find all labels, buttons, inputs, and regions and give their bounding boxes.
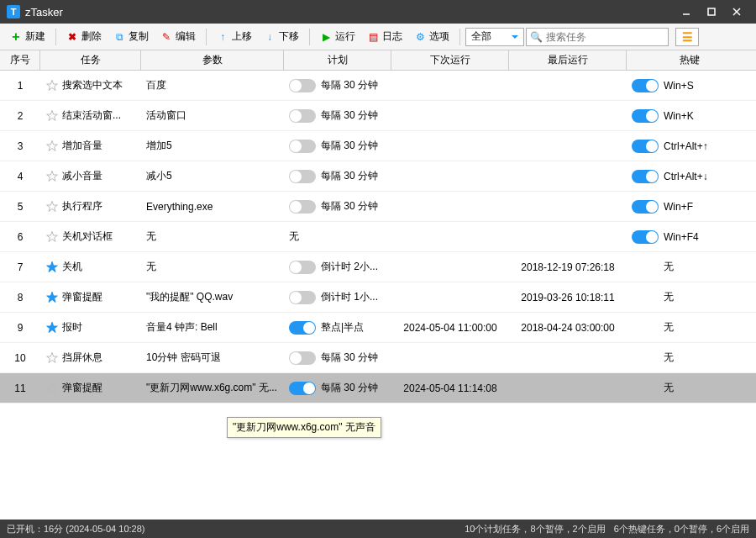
row-num: 11 [0,382,40,394]
star-icon[interactable] [45,79,59,92]
plan-toggle[interactable] [289,140,316,153]
statusbar: 已开机：16分 (2024-05-04 10:28) 10个计划任务，8个暂停，… [0,520,756,538]
arrow-down-icon: ↓ [264,31,276,43]
search-box[interactable]: 🔍 [526,28,669,46]
plan-toggle[interactable] [289,109,316,123]
table-row[interactable]: 7 关机 无 倒计时 2小... 2018-12-19 07:26:18 无 [0,252,756,282]
plan-toggle[interactable] [289,321,316,335]
task-name: 执行程序 [62,199,102,214]
plan-toggle[interactable] [289,79,316,92]
table-row[interactable]: 11 弹窗提醒 "更新刀网www.x6g.com" 无... 每隔 30 分钟 … [0,373,756,404]
hotkey-text: 无 [664,381,674,395]
x-icon: ✖ [66,31,78,43]
plan-text: 每隔 30 分钟 [321,108,378,123]
hotkey-text: Win+S [664,80,694,92]
star-icon[interactable] [45,351,59,365]
hotkey-toggle[interactable] [632,109,659,123]
minimize-button[interactable] [674,0,699,24]
plan-toggle[interactable] [289,351,316,365]
hotkey-text: Ctrl+Alt+↓ [664,171,708,182]
table-row[interactable]: 2 结束活动窗... 活动窗口 每隔 30 分钟 Win+K [0,101,756,131]
table-row[interactable]: 9 报时 音量4 钟声: Bell 整点|半点 2024-05-04 11:00… [0,313,756,343]
table-row[interactable]: 8 弹窗提醒 "我的提醒" QQ.wav 倒计时 1小... 2019-03-2… [0,282,756,313]
param-cell: Everything.exe [141,201,284,213]
table-row[interactable]: 3 增加音量 增加5 每隔 30 分钟 Ctrl+Alt+↑ [0,131,756,161]
options-button[interactable]: ⚙选项 [409,27,454,46]
copy-button[interactable]: ⧉复制 [108,27,154,46]
copy-icon: ⧉ [113,31,125,43]
star-icon[interactable] [45,291,59,304]
table-row[interactable]: 5 执行程序 Everything.exe 每隔 30 分钟 Win+F [0,192,756,222]
plan-toggle[interactable] [289,261,316,274]
up-button[interactable]: ↑上移 [212,27,257,46]
svg-rect-1 [708,8,715,15]
hotkey-text: Win+F4 [664,231,699,243]
maximize-button[interactable] [699,0,724,24]
col-num-header[interactable]: 序号 [0,50,40,70]
plan-text: 倒计时 2小... [321,260,378,274]
star-icon[interactable] [45,200,59,214]
hotkey-toggle[interactable] [632,230,659,244]
table-body: 1 搜索选中文本 百度 每隔 30 分钟 Win+S 2 结束活动窗... 活动… [0,71,756,520]
hotkey-toggle[interactable] [632,200,659,214]
delete-button[interactable]: ✖删除 [61,27,107,46]
new-button[interactable]: +新建 [5,27,50,46]
app-title: zTasker [25,6,674,18]
col-param-header[interactable]: 参数 [141,50,284,70]
plan-text: 每隔 30 分钟 [321,351,378,365]
app-logo: T [7,5,20,18]
filter-dropdown[interactable]: 全部 [465,28,524,46]
plan-text: 每隔 30 分钟 [321,381,378,395]
plan-text: 整点|半点 [321,320,364,335]
col-last-header[interactable]: 最后运行 [509,50,627,70]
row-num: 2 [0,110,40,122]
plan-toggle[interactable] [289,382,316,395]
param-cell: 10分钟 密码可退 [141,351,284,365]
plan-toggle[interactable] [289,291,316,304]
table-row[interactable]: 6 关机对话框 无 无 Win+F4 [0,222,756,252]
last-run: 2018-12-19 07:26:18 [509,261,627,273]
star-icon[interactable] [45,170,59,183]
gear-icon: ⚙ [414,31,426,43]
log-button[interactable]: ▤日志 [362,27,407,46]
star-icon[interactable] [45,261,59,274]
down-button[interactable]: ↓下移 [259,27,304,46]
hotkey-toggle[interactable] [632,170,659,183]
row-num: 6 [0,231,40,243]
plan-toggle[interactable] [289,200,316,214]
search-input[interactable] [546,31,664,43]
plan-toggle[interactable] [289,170,316,183]
close-button[interactable] [724,0,749,24]
col-next-header[interactable]: 下次运行 [391,50,509,70]
row-num: 10 [0,352,40,364]
param-cell: "更新刀网www.x6g.com" 无... [141,381,284,395]
plan-text: 无 [289,229,299,244]
hotkey-toggle[interactable] [632,79,659,92]
hotkey-text: Win+F [664,201,693,213]
run-button[interactable]: ▶运行 [315,27,360,46]
star-icon[interactable] [45,109,59,123]
param-cell: 百度 [141,78,284,92]
star-icon[interactable] [45,321,59,335]
plan-text: 每隔 30 分钟 [321,199,378,214]
hotkey-toggle[interactable] [632,140,659,153]
list-toggle-button[interactable]: ☰ [675,28,699,46]
edit-button[interactable]: ✎编辑 [155,27,201,46]
table-row[interactable]: 10 挡屏休息 10分钟 密码可退 每隔 30 分钟 无 [0,343,756,373]
col-hotkey-header[interactable]: 热键 [627,50,753,70]
col-plan-header[interactable]: 计划 [284,50,391,70]
plan-text: 倒计时 1小... [321,290,378,304]
col-task-header[interactable]: 任务 [40,50,141,70]
star-icon[interactable] [45,140,59,153]
plan-text: 每隔 30 分钟 [321,139,378,153]
star-icon[interactable] [45,382,59,395]
tooltip: "更新刀网www.x6g.com" 无声音 [227,417,381,438]
row-num: 5 [0,201,40,213]
star-icon[interactable] [45,230,59,244]
table-row[interactable]: 4 减小音量 减小5 每隔 30 分钟 Ctrl+Alt+↓ [0,161,756,192]
plus-icon: + [10,31,22,43]
toolbar: +新建 ✖删除 ⧉复制 ✎编辑 ↑上移 ↓下移 ▶运行 ▤日志 ⚙选项 全部 🔍… [0,24,756,50]
table-row[interactable]: 1 搜索选中文本 百度 每隔 30 分钟 Win+S [0,71,756,101]
task-name: 结束活动窗... [62,108,121,123]
last-run: 2018-04-24 03:00:00 [509,322,627,334]
